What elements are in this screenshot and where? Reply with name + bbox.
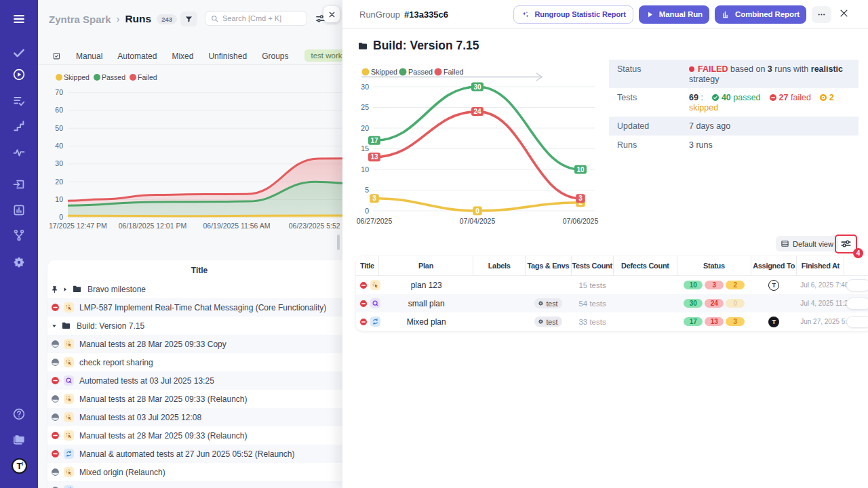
default-view-button[interactable]: Default view (776, 236, 838, 251)
tab-manual[interactable]: Manual (76, 52, 102, 61)
svg-text:Passed: Passed (102, 73, 125, 81)
search-box[interactable] (205, 11, 307, 26)
sidebar-item-reports[interactable] (0, 203, 38, 217)
dot-circle-icon (819, 94, 827, 102)
sidebar-item-runs[interactable] (0, 68, 38, 81)
svg-text:0: 0 (475, 207, 479, 215)
close-icon (839, 8, 849, 18)
run-title: Manual tests at 28 Mar 2025 09:33 (Relau… (79, 394, 247, 404)
tests-count: 15 tests (572, 276, 614, 294)
panel-close-button[interactable] (323, 6, 340, 22)
row-actions-button[interactable] (846, 316, 868, 328)
rungroup-title: Build: Version 7.15 (357, 39, 479, 53)
failed-status-icon (51, 431, 60, 440)
chip-passed-chip: 30 (684, 299, 703, 308)
failed-status-icon (359, 300, 368, 308)
in-progress-status-icon (51, 358, 60, 367)
svg-text:50: 50 (55, 124, 63, 132)
task-check-icon[interactable] (52, 51, 61, 60)
svg-text:17/2025 12:47 PM: 17/2025 12:47 PM (49, 222, 107, 230)
svg-text:24: 24 (473, 108, 481, 115)
column-header-labels[interactable]: Labels (473, 256, 526, 275)
sidebar-item-help[interactable] (0, 407, 38, 421)
breadcrumb-page: Runs (125, 13, 151, 25)
run-title: Manual tests at 03 Jul 2025 12:08 (79, 413, 201, 422)
svg-text:30: 30 (361, 83, 369, 91)
manual-run-icon (64, 467, 74, 477)
svg-text:20: 20 (361, 124, 369, 132)
column-header-tags-envs[interactable]: Tags & Envs (526, 256, 572, 275)
info-row-updated: Updated 7 days ago (609, 117, 859, 136)
tab-mixed[interactable]: Mixed (172, 52, 193, 61)
more-actions-button[interactable] (812, 6, 831, 23)
rungroup-line-chart: SkippedPassedFailed05101520253006/27/202… (342, 61, 614, 234)
plan-name: plan 123 (379, 276, 473, 294)
info-row-tests: Tests 69 :40 passed27 failed2 skipped (609, 88, 859, 117)
user-avatar[interactable]: T (12, 458, 27, 474)
run-title: Mixed origin (Relaunch) (79, 468, 165, 477)
column-header-finished-at[interactable]: Finished At (797, 256, 844, 275)
svg-text:06/27/2025: 06/27/2025 (357, 217, 393, 225)
sparkles-icon (521, 10, 530, 19)
column-header-title[interactable]: Title (356, 256, 379, 275)
menu-icon[interactable] (0, 12, 38, 26)
rungroup-statistic-report-button[interactable]: Rungroup Statistic Report (513, 5, 633, 24)
row-actions-button[interactable] (846, 298, 868, 310)
table-settings-button[interactable] (840, 237, 852, 250)
breadcrumb: Zyntra Spark › Runs 243 (49, 8, 177, 30)
column-header-assigned-to[interactable]: Assigned To (751, 256, 797, 275)
search-input[interactable] (222, 14, 301, 22)
sidebar-item-milestones[interactable] (0, 119, 38, 133)
tab-automated[interactable]: Automated (117, 52, 157, 61)
failed-status-icon (51, 376, 60, 385)
gear-small-icon (538, 300, 546, 308)
svg-text:5: 5 (365, 186, 369, 194)
rungroup-title-text: Build: Version 7.15 (373, 39, 479, 53)
plan-row[interactable]: plan 12315 tests1032TJul 6, 2025 7:40 (356, 276, 868, 294)
svg-text:0: 0 (59, 213, 63, 221)
filter-button[interactable] (180, 12, 197, 26)
drawer-close-button[interactable] (837, 7, 850, 21)
info-row-status: Status FAILED based on 3 runs with reali… (609, 60, 859, 88)
tag-pill: test (534, 298, 562, 308)
column-header-status[interactable]: Status (677, 256, 751, 275)
svg-text:20: 20 (55, 178, 63, 186)
failed-dot-icon (689, 66, 694, 72)
manual-run-icon (64, 339, 74, 349)
in-progress-status-icon (51, 340, 60, 348)
combined-report-button[interactable]: Combined Report (715, 5, 806, 24)
plan-row[interactable]: Mixed plantest33 tests17133TJun 27, 2025… (356, 312, 868, 331)
breadcrumb-app[interactable]: Zyntra Spark (49, 14, 111, 25)
tab-groups[interactable]: Groups (262, 52, 288, 61)
plan-name: Mixed plan (379, 312, 473, 331)
svg-text:Failed: Failed (138, 73, 157, 81)
sidebar-item-check[interactable] (0, 46, 38, 60)
sidebar-item-settings[interactable] (0, 256, 38, 269)
chip-skipped-chip: 2 (726, 281, 745, 289)
group-title: Build: Version 7.15 (77, 321, 144, 331)
sidebar-item-imports[interactable] (0, 178, 38, 191)
sidebar-item-activity[interactable] (0, 146, 38, 159)
svg-text:30: 30 (55, 159, 63, 167)
svg-text:07/06/2025: 07/06/2025 (563, 217, 599, 225)
column-header-tests-count[interactable]: Tests Count (572, 256, 614, 275)
scrollbar-thumb[interactable] (337, 235, 340, 250)
run-title: check report sharing (79, 358, 153, 367)
svg-text:3: 3 (578, 195, 583, 202)
sidebar-item-documents[interactable] (0, 432, 38, 446)
sidebar-item-test-cases[interactable] (0, 94, 38, 108)
finished-at: Jul 6, 2025 7:40 (797, 276, 844, 294)
manual-run-icon (64, 430, 74, 441)
tab-unfinished[interactable]: Unfinished (208, 52, 247, 61)
finished-at: Jul 4, 2025 11:27 (797, 294, 844, 312)
sidebar-item-branches[interactable] (0, 228, 38, 242)
annotation-badge: 4 (853, 248, 863, 258)
column-header-defects-count[interactable]: Defects Count (614, 256, 678, 275)
manual-run-button[interactable]: Manual Run (639, 5, 709, 24)
status-value: FAILED based on 3 runs with realistic st… (689, 64, 850, 84)
row-actions-button[interactable] (846, 279, 868, 291)
runs-list-title-header: Title (47, 260, 351, 280)
column-header-plan[interactable]: Plan (379, 256, 473, 275)
plan-row[interactable]: small plantest54 tests30240Jul 4, 2025 1… (356, 294, 868, 312)
plans-table: TitlePlanLabelsTags & EnvsTests CountDef… (356, 256, 868, 331)
